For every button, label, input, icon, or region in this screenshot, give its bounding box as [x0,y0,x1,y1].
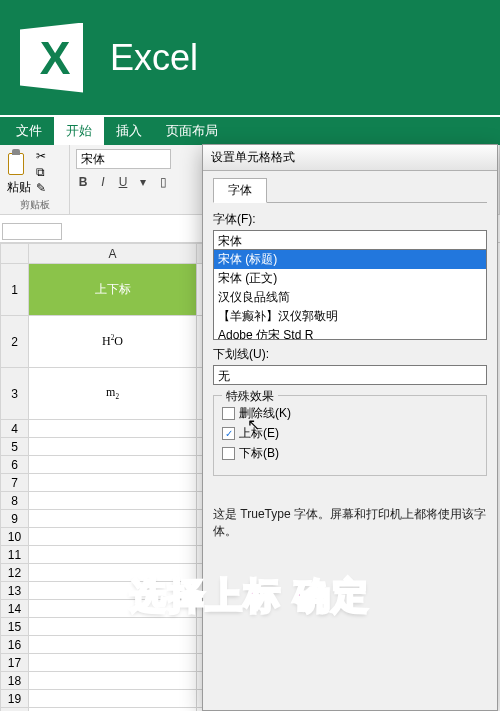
row-header[interactable]: 14 [1,600,29,618]
row-header[interactable]: 13 [1,582,29,600]
cell-a2[interactable]: H2O [29,316,197,368]
column-header-a[interactable]: A [29,244,197,264]
strikethrough-label: 删除线(K) [239,405,291,422]
strikethrough-checkbox[interactable] [222,407,235,420]
row-header[interactable]: 9 [1,510,29,528]
cell[interactable] [29,708,197,712]
cell[interactable] [29,582,197,600]
excel-logo-letter: X [40,31,71,85]
font-name-select[interactable]: 宋体 [76,149,171,169]
row-header[interactable]: 20 [1,708,29,712]
paste-icon [6,149,32,177]
app-title: Excel [110,37,198,79]
underline-button[interactable]: U [116,175,130,189]
format-cells-dialog: 设置单元格格式 字体 字体(F): 宋体 宋体 (标题)宋体 (正文)汉仪良品线… [202,144,498,711]
row-header[interactable]: 1 [1,264,29,316]
font-hint-text: 这是 TrueType 字体。屏幕和打印机上都将使用该字体。 [213,506,487,540]
font-option[interactable]: 【羊癫补】汉仪郭敬明 [214,307,486,326]
dialog-tabs: 字体 [213,177,487,203]
cell[interactable] [29,600,197,618]
cell[interactable] [29,528,197,546]
cell[interactable] [29,546,197,564]
row-header[interactable]: 5 [1,438,29,456]
font-option[interactable]: Adobe 仿宋 Std R [214,326,486,340]
excel-logo-icon: X [20,23,90,93]
cell[interactable] [29,564,197,582]
row-header[interactable]: 11 [1,546,29,564]
paste-button[interactable]: 粘贴 [6,149,32,196]
cell[interactable] [29,618,197,636]
underline-select[interactable]: 无 [213,365,487,385]
row-header[interactable]: 3 [1,368,29,420]
row-header[interactable]: 8 [1,492,29,510]
font-option[interactable]: 宋体 (标题) [214,250,486,269]
app-banner: X Excel [0,0,500,115]
row-header[interactable]: 4 [1,420,29,438]
row-header[interactable]: 16 [1,636,29,654]
row-header[interactable]: 19 [1,690,29,708]
bold-button[interactable]: B [76,175,90,189]
superscript-checkbox[interactable] [222,427,235,440]
tab-home[interactable]: 开始 [54,117,104,145]
name-box[interactable] [2,223,62,240]
clipboard-group-label: 剪贴板 [6,198,63,212]
row-header[interactable]: 17 [1,654,29,672]
tab-file[interactable]: 文件 [4,117,54,145]
cell[interactable] [29,474,197,492]
font-option[interactable]: 宋体 (正文) [214,269,486,288]
cell[interactable] [29,456,197,474]
subscript-label: 下标(B) [239,445,279,462]
effects-legend: 特殊效果 [222,388,278,405]
paste-label: 粘贴 [7,179,31,196]
row-header[interactable]: 2 [1,316,29,368]
row-header[interactable]: 10 [1,528,29,546]
effects-groupbox: 特殊效果 删除线(K) 上标(E) 下标(B) [213,395,487,476]
cell-title[interactable]: 上下标 [29,264,197,316]
superscript-label: 上标(E) [239,425,279,442]
font-option[interactable]: 汉仪良品线简 [214,288,486,307]
cell[interactable] [29,636,197,654]
cell[interactable] [29,672,197,690]
cell[interactable] [29,420,197,438]
font-input[interactable]: 宋体 [213,230,487,250]
tab-page-layout[interactable]: 页面布局 [154,117,230,145]
italic-button[interactable]: I [96,175,110,189]
font-field-label: 字体(F): [213,211,487,228]
row-header[interactable]: 7 [1,474,29,492]
cut-icon[interactable]: ✂ [36,149,46,163]
ribbon-tabs: 文件 开始 插入 页面布局 [0,117,500,145]
cell[interactable] [29,438,197,456]
cell-a3[interactable]: m2 [29,368,197,420]
underline-dropdown-icon[interactable]: ▾ [136,175,150,189]
border-button[interactable]: ▯ [156,175,170,189]
dialog-tab-font[interactable]: 字体 [213,178,267,203]
format-painter-icon[interactable]: ✎ [36,181,46,195]
subscript-checkbox[interactable] [222,447,235,460]
row-header[interactable]: 15 [1,618,29,636]
underline-field-label: 下划线(U): [213,346,487,363]
row-header[interactable]: 6 [1,456,29,474]
cell[interactable] [29,510,197,528]
cell[interactable] [29,492,197,510]
tab-insert[interactable]: 插入 [104,117,154,145]
font-listbox[interactable]: 宋体 (标题)宋体 (正文)汉仪良品线简【羊癫补】汉仪郭敬明Adobe 仿宋 S… [213,250,487,340]
row-header[interactable]: 12 [1,564,29,582]
cell[interactable] [29,654,197,672]
dialog-title: 设置单元格格式 [203,145,497,171]
select-all-corner[interactable] [1,244,29,264]
copy-icon[interactable]: ⧉ [36,165,46,179]
cell[interactable] [29,690,197,708]
row-header[interactable]: 18 [1,672,29,690]
